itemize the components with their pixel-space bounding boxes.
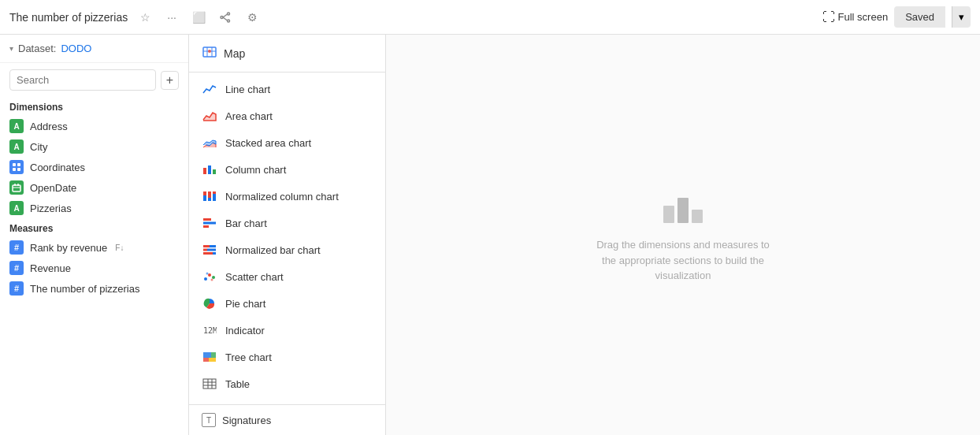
chart-item-scatter[interactable]: Scatter chart [189,263,385,290]
chart-item-area[interactable]: Area chart [189,102,385,129]
chart-item-line[interactable]: Line chart [189,76,385,102]
dataset-row: ▾ Dataset: DODO [0,35,188,63]
svg-rect-18 [203,191,206,195]
svg-point-36 [206,273,209,275]
svg-rect-6 [17,163,20,166]
column-chart-icon [202,162,217,177]
viz-empty-icon [659,186,707,228]
chart-item-indicator[interactable]: 12M Indicator [189,317,385,344]
chart-list: Line chart Area chart Stacked area chart [189,72,385,404]
chart-item-pivot[interactable]: Pivot table [189,397,385,404]
chart-item-stacked-area[interactable]: Stacked area chart [189,129,385,156]
saved-chevron-button[interactable]: ▾ [952,6,971,28]
topbar-right: ⛶ Full screen Saved ▾ [822,6,971,28]
field-name-coordinates: Coordinates [30,162,85,173]
field-number-pizzerias[interactable]: # The number of pizzerias [0,278,188,299]
field-opendate[interactable]: OpenDate [0,177,188,198]
chart-type-panel: Map Line chart Area chart [189,35,386,435]
revenue-badge: # [9,261,24,275]
field-city[interactable]: A City [0,136,188,157]
svg-rect-41 [211,352,216,358]
svg-point-2 [221,16,223,18]
saved-button[interactable]: Saved [894,6,945,28]
chart-label-stacked-area: Stacked area chart [225,137,311,149]
chart-item-table[interactable]: Table [189,370,385,397]
favorite-icon[interactable]: ☆ [134,6,156,28]
svg-line-4 [223,17,228,20]
field-pizzerias[interactable]: A Pizzerias [0,198,188,218]
sidebar: ▾ Dataset: DODO + Dimensions A Address A… [0,35,189,435]
svg-rect-8 [17,168,20,171]
visualization-area: Drag the dimensions and measures tothe a… [386,35,980,435]
field-name-city: City [30,141,47,153]
page-title: The number of pizzerias [9,11,128,24]
field-coordinates[interactable]: Coordinates [0,157,188,177]
topbar: The number of pizzerias ☆ ··· ⬜ ⚙ ⛶ Full… [0,0,980,35]
chart-panel-header: Map [189,35,385,72]
bar-chart-icon [202,215,217,231]
chart-label-scatter: Scatter chart [225,271,284,283]
fullscreen-icon: ⛶ [822,10,835,24]
svg-rect-22 [213,191,216,194]
field-name-opendate: OpenDate [30,182,76,194]
chart-label-pie: Pie chart [225,298,265,310]
dataset-name[interactable]: DODO [61,43,91,54]
chart-label-line: Line chart [225,84,270,95]
chart-item-norm-bar[interactable]: Normalized bar chart [189,236,385,263]
chart-label-area: Area chart [225,110,273,122]
indicator-chart-icon: 12M [202,322,217,338]
pizzerias-badge: A [9,201,24,215]
map-header-icon [202,44,217,62]
svg-rect-5 [13,163,16,166]
signatures-icon: T [202,413,216,427]
field-revenue[interactable]: # Revenue [0,258,188,278]
svg-rect-21 [208,198,211,201]
line-chart-icon [202,81,217,97]
svg-rect-26 [203,225,209,228]
chart-item-norm-column[interactable]: Normalized column chart [189,183,385,210]
svg-rect-30 [207,249,216,251]
dimensions-title: Dimensions [0,97,188,116]
norm-bar-chart-icon [202,242,217,258]
svg-rect-7 [13,168,16,171]
chart-item-pie[interactable]: Pie chart [189,290,385,317]
svg-point-34 [208,273,211,277]
city-badge: A [9,139,24,154]
svg-rect-20 [208,191,211,198]
svg-rect-42 [203,358,209,362]
field-address[interactable]: A Address [0,116,188,136]
collapse-icon[interactable]: ▾ [9,44,13,53]
search-input[interactable] [9,69,156,91]
chart-item-column[interactable]: Column chart [189,156,385,183]
chart-item-bar[interactable]: Bar chart [189,210,385,236]
svg-rect-15 [203,168,206,174]
main-layout: ▾ Dataset: DODO + Dimensions A Address A… [0,35,980,435]
svg-rect-44 [203,379,216,389]
chart-label-column: Column chart [225,164,286,176]
dataset-label: Dataset: [18,43,56,54]
svg-rect-16 [208,165,211,174]
svg-rect-29 [203,249,207,251]
svg-point-0 [228,13,230,15]
number-badge: # [9,281,24,296]
chart-item-tree[interactable]: Tree chart [189,344,385,370]
table-chart-icon [202,376,217,392]
svg-rect-40 [203,352,211,358]
field-name-pizzerias: Pizzerias [30,203,72,214]
share-icon[interactable] [214,6,236,28]
rank-tag: F↓ [115,244,124,252]
svg-point-1 [228,20,230,22]
svg-point-37 [211,279,213,281]
chart-label-norm-bar: Normalized bar chart [225,244,321,256]
svg-text:12M: 12M [203,326,217,335]
add-field-button[interactable]: + [161,71,179,90]
more-icon[interactable]: ··· [161,6,183,28]
search-row: + [0,63,188,97]
fullscreen-button[interactable]: ⛶ Full screen [822,10,889,24]
chart-label-tree: Tree chart [225,351,272,363]
svg-point-14 [208,50,211,53]
field-rank-by-revenue[interactable]: # Rank by revenue F↓ [0,237,188,258]
window-icon[interactable]: ⬜ [187,6,210,28]
chart-label-norm-column: Normalized column chart [225,191,339,203]
settings-icon[interactable]: ⚙ [241,6,263,28]
